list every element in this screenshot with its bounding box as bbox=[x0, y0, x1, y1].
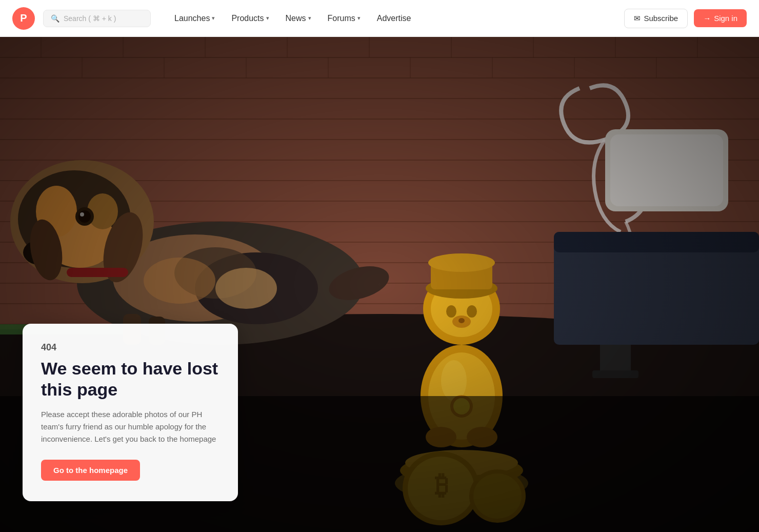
hero-section: ₿ bbox=[0, 37, 759, 532]
nav-label-forums: Forums bbox=[328, 14, 355, 23]
nav-item-forums[interactable]: Forums ▾ bbox=[321, 10, 368, 27]
nav-actions: ✉ Subscribe → Sign in bbox=[624, 9, 747, 28]
logo[interactable]: P bbox=[12, 7, 35, 30]
signin-button[interactable]: → Sign in bbox=[694, 9, 747, 27]
nav-item-launches[interactable]: Launches ▾ bbox=[167, 10, 222, 27]
search-placeholder: Search ( ⌘ + k ) bbox=[64, 14, 116, 23]
nav-label-advertise: Advertise bbox=[377, 14, 411, 23]
nav-item-products[interactable]: Products ▾ bbox=[224, 10, 276, 27]
chevron-down-icon: ▾ bbox=[357, 15, 361, 22]
error-description: Please accept these adorable photos of o… bbox=[41, 408, 219, 445]
nav-links: Launches ▾ Products ▾ News ▾ Forums ▾ Ad… bbox=[167, 10, 616, 27]
signin-icon: → bbox=[703, 14, 711, 23]
nav-label-products: Products bbox=[231, 14, 264, 23]
nav-item-news[interactable]: News ▾ bbox=[278, 10, 318, 27]
go-to-homepage-button[interactable]: Go to the homepage bbox=[41, 460, 140, 481]
search-bar[interactable]: 🔍 Search ( ⌘ + k ) bbox=[43, 10, 151, 27]
subscribe-label: Subscribe bbox=[644, 14, 678, 23]
error-title: We seem to have lost this page bbox=[41, 358, 219, 400]
chevron-down-icon: ▾ bbox=[308, 15, 311, 22]
nav-label-news: News bbox=[286, 14, 306, 23]
subscribe-button[interactable]: ✉ Subscribe bbox=[624, 9, 688, 28]
error-card: 404 We seem to have lost this page Pleas… bbox=[23, 324, 238, 501]
navbar: P 🔍 Search ( ⌘ + k ) Launches ▾ Products… bbox=[0, 0, 759, 37]
chevron-down-icon: ▾ bbox=[212, 15, 215, 22]
chevron-down-icon: ▾ bbox=[266, 15, 269, 22]
subscribe-icon: ✉ bbox=[634, 14, 641, 23]
signin-label: Sign in bbox=[714, 14, 737, 23]
search-icon: 🔍 bbox=[51, 14, 59, 23]
error-code: 404 bbox=[41, 342, 219, 353]
nav-item-advertise[interactable]: Advertise bbox=[370, 10, 418, 27]
nav-label-launches: Launches bbox=[174, 14, 210, 23]
